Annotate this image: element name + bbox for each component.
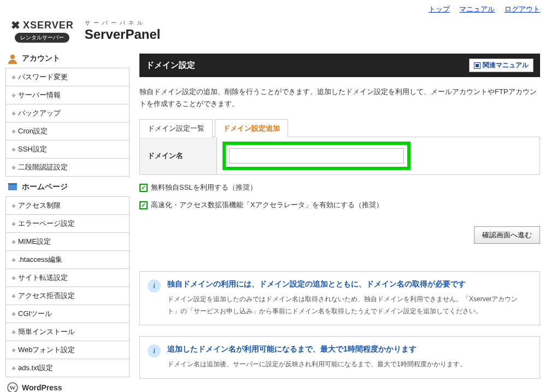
topnav-top-link[interactable]: トップ — [429, 5, 450, 13]
rental-badge: レンタルサーバー — [15, 33, 69, 43]
accelerator-checkbox-row[interactable]: ✓ 高速化・アクセス数拡張機能「Xアクセラレータ」を有効にする（推奨） — [139, 200, 540, 210]
sidebar-section-homepage: ホームページ — [7, 181, 130, 193]
panel-title: ServerPanel — [85, 27, 161, 42]
tabs: ドメイン設定一覧 ドメイン設定追加 — [139, 119, 540, 137]
sidebar-item-cgi[interactable]: CGIツール — [6, 305, 129, 323]
confirm-button[interactable]: 確認画面へ進む — [474, 226, 540, 244]
info-box-wait-time: i 追加したドメイン名が利用可能になるまで、最大で1時間程度かかります ドメイン… — [139, 336, 540, 379]
sidebar-wordpress-label: WordPress — [22, 383, 62, 392]
sidebar-section-wordpress: W WordPress — [7, 382, 130, 392]
domain-label: ドメイン名 — [140, 141, 216, 171]
topnav-logout-link[interactable]: ログアウト — [505, 5, 540, 13]
domain-input-highlight — [222, 142, 411, 170]
sidebar-item-mime[interactable]: MIME設定 — [6, 233, 129, 251]
logo-icon: ✖ — [11, 19, 21, 32]
wordpress-icon: W — [7, 382, 19, 392]
main-content: ドメイン設定 関連マニュアル 独自ドメイン設定の追加、削除を行うことができます。… — [134, 48, 551, 392]
sidebar-homepage-label: ホームページ — [22, 182, 68, 192]
info-icon: i — [148, 344, 161, 358]
related-manual-label: 関連マニュアル — [483, 61, 529, 70]
brand-name: XSERVER — [23, 20, 74, 31]
info-box-domain-acquire: i 独自ドメインの利用には、ドメイン設定の追加とともに、ドメイン名の取得が必要で… — [139, 271, 540, 325]
topnav-manual-link[interactable]: マニュアル — [459, 5, 495, 13]
svg-text:W: W — [10, 384, 16, 391]
homepage-icon — [7, 181, 19, 193]
sidebar-item-serverinfo[interactable]: サーバー情報 — [6, 86, 129, 104]
sidebar-item-adstxt[interactable]: ads.txt設定 — [6, 359, 129, 377]
info1-title: 独自ドメインの利用には、ドメイン設定の追加とともに、ドメイン名の取得が必要です — [167, 279, 531, 289]
sidebar: アカウント パスワード変更 サーバー情報 バックアップ Cron設定 SSH設定… — [0, 48, 134, 392]
sidebar-item-errorpage[interactable]: エラーページ設定 — [6, 215, 129, 233]
sidebar-item-access-deny[interactable]: アクセス拒否設定 — [6, 287, 129, 305]
page-title: ドメイン設定 — [146, 60, 195, 71]
sidebar-item-2fa[interactable]: 二段階認証設定 — [6, 159, 129, 176]
sidebar-item-password[interactable]: パスワード変更 — [6, 68, 129, 86]
svg-point-0 — [10, 55, 15, 59]
brand-logo: ✖ XSERVER レンタルサーバー — [11, 19, 74, 43]
domain-input[interactable] — [229, 148, 404, 163]
info2-body: ドメイン名は追加後、サーバーに設定が反映され利用可能になるまで、最大で1時間程度… — [167, 359, 531, 371]
accelerator-checkbox-label: 高速化・アクセス数拡張機能「Xアクセラレータ」を有効にする（推奨） — [151, 200, 383, 210]
svg-rect-2 — [8, 183, 17, 185]
related-manual-button[interactable]: 関連マニュアル — [469, 58, 534, 72]
sidebar-item-htaccess[interactable]: .htaccess編集 — [6, 251, 129, 269]
info1-body: ドメイン設定を追加したのみではドメイン名は取得されないため、独自ドメインを利用で… — [167, 294, 531, 317]
sidebar-item-ssh[interactable]: SSH設定 — [6, 141, 129, 159]
page-description: 独自ドメイン設定の追加、削除を行うことができます。追加したドメイン設定を利用して… — [139, 86, 540, 110]
sidebar-item-easy-install[interactable]: 簡単インストール — [6, 323, 129, 341]
checkbox-checked-icon: ✓ — [139, 184, 148, 192]
sidebar-item-backup[interactable]: バックアップ — [6, 104, 129, 122]
panel-subtitle: サーバーパネル — [85, 19, 161, 27]
info2-title: 追加したドメイン名が利用可能になるまで、最大で1時間程度かかります — [167, 344, 531, 354]
sidebar-account-label: アカウント — [22, 54, 60, 63]
ssl-checkbox-row[interactable]: ✓ 無料独自SSLを利用する（推奨） — [139, 183, 540, 192]
checkbox-checked-icon: ✓ — [139, 201, 148, 209]
tab-domain-add[interactable]: ドメイン設定追加 — [215, 119, 288, 137]
sidebar-item-redirect[interactable]: サイト転送設定 — [6, 269, 129, 287]
domain-form-row: ドメイン名 — [139, 137, 540, 175]
header: ✖ XSERVER レンタルサーバー サーバーパネル ServerPanel — [0, 19, 551, 48]
info-icon: i — [148, 279, 161, 292]
sidebar-item-access-limit[interactable]: アクセス制限 — [6, 197, 129, 215]
sidebar-item-webfont[interactable]: Webフォント設定 — [6, 341, 129, 359]
account-icon — [7, 52, 19, 65]
sidebar-item-cron[interactable]: Cron設定 — [6, 122, 129, 141]
tab-domain-list[interactable]: ドメイン設定一覧 — [139, 119, 213, 137]
ssl-checkbox-label: 無料独自SSLを利用する（推奨） — [151, 183, 257, 192]
sidebar-section-account: アカウント — [7, 52, 130, 65]
manual-icon — [474, 62, 480, 69]
